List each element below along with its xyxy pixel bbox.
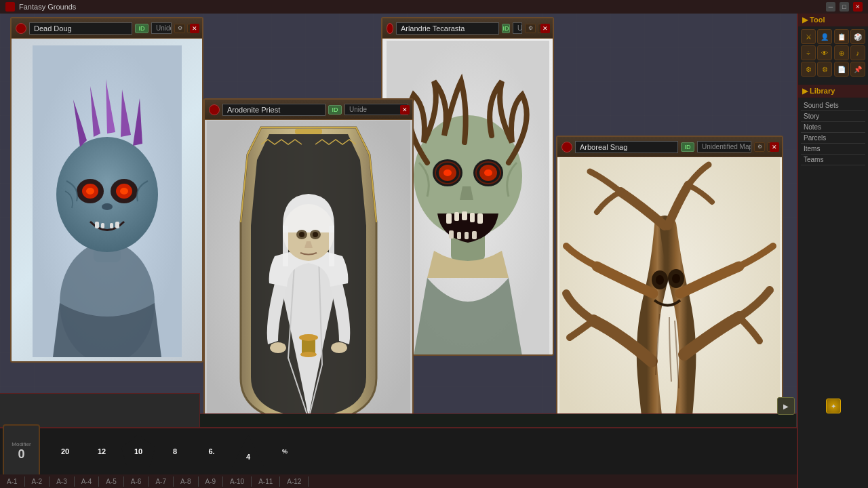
dead-doug-id[interactable]: ID <box>135 24 149 33</box>
gold-icon-toolbar[interactable]: ✦ <box>826 399 841 413</box>
pages-btn[interactable]: 📄 <box>834 62 849 77</box>
library-header-label: ▶ Library <box>802 87 835 96</box>
tool-section-header[interactable]: ▶ Tool <box>798 14 868 26</box>
svg-rect-33 <box>470 213 475 222</box>
priest-window: ID Unide ✕ <box>203 98 414 424</box>
svg-rect-17 <box>95 222 99 228</box>
tab-a6[interactable]: A-6 <box>124 476 149 487</box>
toolbar: ▶ Tool ⚔ 👤 📋 🎲 ÷ 👁 ⊕ ♪ ⚙ ⚙ 📄 📌 ▶ Library… <box>797 14 868 488</box>
priest-close[interactable]: ✕ <box>400 105 410 115</box>
tab-a9[interactable]: A-9 <box>199 476 224 487</box>
snag-icon <box>561 142 572 152</box>
tab-a3[interactable]: A-3 <box>50 476 75 487</box>
svg-point-58 <box>656 275 664 285</box>
dice-btn[interactable]: 🎲 <box>850 29 865 44</box>
table-btn[interactable]: 📋 <box>834 29 849 44</box>
tool-grid: ⚔ 👤 📋 🎲 ÷ 👁 ⊕ ♪ ⚙ ⚙ 📄 📌 <box>798 26 868 79</box>
arlandrie-map: Unidentified Map / I <box>513 22 522 34</box>
priest-header[interactable]: ID Unide ✕ <box>205 100 412 120</box>
library-section-header[interactable]: ▶ Library <box>798 85 868 98</box>
minimize-button[interactable]: ─ <box>826 2 835 12</box>
svg-point-53 <box>313 232 318 237</box>
dead-doug-window: ID Unidentified Map / I ⚙ 🔒 ✕ <box>10 17 203 363</box>
library-notes[interactable]: Notes <box>801 122 865 133</box>
svg-rect-37 <box>465 232 469 239</box>
modifier-value: 0 <box>18 447 24 462</box>
dead-doug-close[interactable]: ✕ <box>190 24 199 33</box>
svg-rect-31 <box>454 212 459 221</box>
modifier-box[interactable]: Modifier 0 <box>3 424 40 479</box>
tab-a12[interactable]: A-12 <box>280 476 309 487</box>
arlandrie-close[interactable]: ✕ <box>540 24 550 33</box>
tab-a10[interactable]: A-10 <box>223 476 252 487</box>
music-btn[interactable]: ♪ <box>850 45 865 60</box>
die-d12-label: 12 <box>98 447 106 455</box>
svg-rect-49 <box>329 226 334 266</box>
close-button[interactable]: ✕ <box>853 2 863 12</box>
library-parcels[interactable]: Parcels <box>801 133 865 144</box>
play-button[interactable]: ▶ <box>777 397 795 415</box>
die-d4[interactable]: 4 <box>231 434 265 468</box>
snag-close[interactable]: ✕ <box>770 142 779 152</box>
arlandrie-name[interactable] <box>396 22 499 35</box>
library-sound-sets[interactable]: Sound Sets <box>801 100 865 111</box>
pin-btn[interactable]: 📌 <box>850 62 865 77</box>
tab-a4[interactable]: A-4 <box>75 476 100 487</box>
snag-name[interactable] <box>575 141 678 153</box>
svg-point-42 <box>270 342 286 353</box>
priest-id[interactable]: ID <box>328 105 342 115</box>
svg-rect-35 <box>449 230 454 239</box>
arlandrie-icon <box>387 23 393 34</box>
tab-a8[interactable]: A-8 <box>174 476 199 487</box>
arlandrie-header[interactable]: ID Unidentified Map / I ⚙ 🔒 ✕ <box>382 18 553 39</box>
vision-btn[interactable]: 👁 <box>817 45 832 60</box>
tab-a1[interactable]: A-1 <box>0 476 25 487</box>
library-items[interactable]: Items <box>801 144 865 155</box>
die-d20-label: 20 <box>61 447 69 455</box>
snag-action-btn[interactable]: ⚙ <box>754 142 765 152</box>
settings-btn[interactable]: ⚙ <box>817 62 832 77</box>
divide-btn[interactable]: ÷ <box>801 45 816 60</box>
die-percent[interactable]: % <box>268 434 302 468</box>
die-d10[interactable]: 10 <box>121 434 155 468</box>
svg-point-43 <box>331 342 347 353</box>
tab-a2[interactable]: A-2 <box>25 476 50 487</box>
character-btn[interactable]: 👤 <box>817 29 832 44</box>
svg-rect-54 <box>295 129 322 134</box>
die-d8[interactable]: 8 <box>158 434 192 468</box>
dead-doug-action-btn[interactable]: ⚙ <box>174 24 185 33</box>
dead-doug-header[interactable]: ID Unidentified Map / I ⚙ 🔒 ✕ <box>12 18 202 39</box>
svg-rect-18 <box>101 223 104 228</box>
combat-btn[interactable]: ⚔ <box>801 29 816 44</box>
die-d12[interactable]: 12 <box>85 434 119 468</box>
priest-image <box>205 120 412 424</box>
arlandrie-id[interactable]: ID <box>502 24 510 33</box>
tab-a7[interactable]: A-7 <box>149 476 174 487</box>
library-story[interactable]: Story <box>801 111 865 122</box>
die-d8-label: 8 <box>173 447 177 455</box>
library-teams[interactable]: Teams <box>801 155 865 165</box>
dead-doug-art <box>33 45 182 357</box>
priest-name[interactable] <box>222 104 326 116</box>
gear-btn[interactable]: ⚙ <box>801 62 816 77</box>
snag-id[interactable]: ID <box>681 142 694 152</box>
tab-a5[interactable]: A-5 <box>99 476 124 487</box>
die-d6[interactable]: 6. <box>195 434 229 468</box>
title-bar: Fantasy Grounds ─ □ ✕ <box>0 0 868 14</box>
svg-point-45 <box>299 334 318 341</box>
priest-art <box>207 121 410 424</box>
dead-doug-icon <box>16 23 26 34</box>
svg-point-14 <box>86 188 94 195</box>
dead-doug-name[interactable] <box>29 22 132 35</box>
add-btn[interactable]: ⊕ <box>834 45 849 60</box>
svg-rect-20 <box>115 222 119 228</box>
tab-a11[interactable]: A-11 <box>252 476 280 487</box>
die-d6-label: 6. <box>208 447 214 455</box>
modifier-label: Modifier <box>12 441 31 447</box>
arlandrie-action-btn[interactable]: ⚙ <box>525 24 536 33</box>
svg-rect-36 <box>457 232 461 239</box>
maximize-button[interactable]: □ <box>840 2 849 12</box>
app-title: Fantasy Grounds <box>19 3 822 11</box>
die-d20[interactable]: 20 <box>48 434 82 468</box>
snag-header[interactable]: ID Unidentified Map / I ⚙ 🔒 ✕ <box>557 137 782 157</box>
